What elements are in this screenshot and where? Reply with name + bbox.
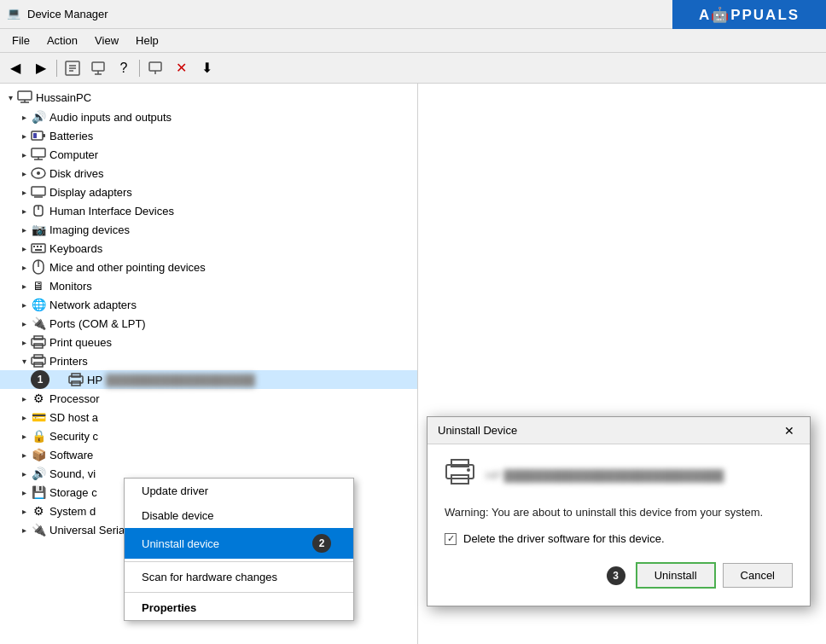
ports-chevron — [17, 316, 31, 330]
display-icon — [31, 184, 46, 200]
hp-label-blurred: ███████████████████ — [106, 374, 255, 386]
svg-rect-20 — [32, 187, 45, 195]
keyboards-icon — [31, 241, 46, 256]
svg-point-43 — [467, 468, 470, 472]
tree-processor[interactable]: ⚙ Processor — [0, 389, 417, 408]
context-update-driver[interactable]: Update driver — [125, 479, 353, 503]
computer-label: Computer — [49, 148, 98, 161]
context-sep2 — [125, 592, 353, 593]
software-chevron — [17, 448, 31, 461]
menu-view[interactable]: View — [86, 31, 127, 50]
tree-hp[interactable]: 1 HP ███████████████████ — [0, 370, 417, 389]
network-label: Network adapters — [49, 299, 137, 311]
ports-label: Ports (COM & LPT) — [49, 317, 146, 330]
toolbar: ◀ ▶ ? ✕ ⬇ — [0, 53, 826, 84]
tree-security[interactable]: 🔒 Security c — [0, 426, 417, 445]
processor-icon: ⚙ — [31, 391, 46, 406]
tree-mice[interactable]: Mice and other pointing devices — [0, 258, 417, 276]
network-icon: 🌐 — [31, 297, 46, 312]
display-chevron — [17, 185, 31, 199]
uninstall-button[interactable]: Uninstall — [636, 562, 716, 589]
toolbar-scan[interactable] — [143, 56, 167, 80]
security-icon: 🔒 — [31, 428, 46, 444]
dialog-device-row: HP ████████████████████████████ — [445, 458, 793, 492]
mice-label: Mice and other pointing devices — [49, 261, 206, 274]
toolbar-sep-1 — [56, 60, 57, 77]
badge-1: 1 — [31, 370, 49, 389]
printqueues-chevron — [17, 335, 31, 349]
tree-display[interactable]: Display adapters — [0, 183, 417, 201]
svg-rect-42 — [451, 475, 468, 484]
imaging-chevron — [17, 223, 31, 236]
svg-rect-27 — [40, 246, 42, 247]
menu-file[interactable]: File — [3, 31, 38, 50]
toolbar-remove[interactable]: ✕ — [169, 56, 193, 80]
sdhost-chevron — [17, 410, 31, 424]
svg-rect-4 — [92, 62, 104, 71]
tree-disk[interactable]: Disk drives — [0, 164, 417, 183]
toolbar-help[interactable]: ? — [112, 56, 136, 80]
tree-audio[interactable]: 🔊 Audio inputs and outputs — [0, 107, 417, 126]
svg-rect-26 — [37, 246, 38, 247]
hid-chevron — [17, 204, 31, 218]
context-scan-hardware[interactable]: Scan for hardware changes — [125, 565, 353, 589]
dialog-checkbox[interactable] — [445, 533, 457, 545]
dialog-close-button[interactable]: ✕ — [779, 421, 800, 441]
tree-keyboards[interactable]: Keyboards — [0, 239, 417, 258]
badge-3: 3 — [607, 566, 625, 585]
hid-label: Human Interface Devices — [49, 205, 174, 218]
tree-hid[interactable]: Human Interface Devices — [0, 201, 417, 220]
menu-help[interactable]: Help — [127, 31, 167, 50]
tree-imaging[interactable]: 📷 Imaging devices — [0, 220, 417, 239]
root-label: HussainPC — [36, 91, 91, 104]
batteries-label: Batteries — [49, 130, 93, 142]
toolbar-properties[interactable] — [61, 56, 84, 80]
dialog-buttons: 3 Uninstall Cancel — [445, 562, 793, 589]
toolbar-update-driver[interactable] — [86, 56, 110, 80]
mice-icon — [31, 259, 46, 275]
audio-label: Audio inputs and outputs — [49, 111, 172, 124]
menu-action[interactable]: Action — [38, 31, 86, 50]
tree-printers[interactable]: Printers — [0, 351, 417, 370]
context-properties[interactable]: Properties — [125, 595, 353, 620]
dialog-title-bar: Uninstall Device ✕ — [428, 417, 810, 444]
usb-icon: 🔌 — [31, 522, 46, 537]
tree-monitors[interactable]: 🖥 Monitors — [0, 276, 417, 295]
tree-sdhost[interactable]: 💳 SD host a — [0, 408, 417, 426]
toolbar-download[interactable]: ⬇ — [195, 56, 218, 80]
uninstall-dialog: Uninstall Device ✕ HP ██████████████████… — [427, 416, 811, 606]
app-icon: 💻 — [7, 7, 22, 22]
svg-rect-28 — [35, 249, 42, 251]
systemd-label: System d — [49, 505, 96, 518]
context-menu: Update driver Disable device Uninstall d… — [124, 478, 354, 621]
tree-software[interactable]: 📦 Software — [0, 445, 417, 464]
tree-computer[interactable]: Computer — [0, 145, 417, 164]
computer-icon — [17, 90, 32, 105]
toolbar-back[interactable]: ◀ — [3, 56, 27, 80]
dialog-body: HP ████████████████████████████ Warning:… — [428, 444, 810, 606]
printers-icon — [31, 353, 46, 368]
appuals-logo: A🤖PPUALS — [672, 0, 826, 29]
keyboards-label: Keyboards — [49, 242, 102, 255]
tree-batteries[interactable]: Batteries — [0, 126, 417, 145]
cancel-button[interactable]: Cancel — [723, 563, 793, 588]
badge-2: 2 — [312, 534, 331, 553]
svg-rect-9 — [18, 91, 32, 100]
tree-network[interactable]: 🌐 Network adapters — [0, 295, 417, 314]
toolbar-sep-2 — [139, 60, 140, 77]
tree-printqueues[interactable]: Print queues — [0, 333, 417, 351]
processor-label: Processor — [49, 392, 100, 405]
root-chevron — [3, 90, 17, 104]
hp-label: HP — [87, 374, 102, 386]
toolbar-forward[interactable]: ▶ — [29, 56, 53, 80]
svg-rect-7 — [149, 62, 161, 71]
context-uninstall-device[interactable]: Uninstall device 2 — [125, 528, 353, 559]
disk-chevron — [17, 166, 31, 180]
dialog-device-name: HP ████████████████████████████ — [486, 469, 724, 482]
imaging-icon: 📷 — [31, 222, 46, 237]
tree-root[interactable]: HussainPC — [0, 87, 417, 107]
hid-icon — [31, 203, 46, 218]
context-disable-device[interactable]: Disable device — [125, 503, 353, 528]
security-label: Security c — [49, 430, 98, 443]
tree-ports[interactable]: 🔌 Ports (COM & LPT) — [0, 314, 417, 333]
